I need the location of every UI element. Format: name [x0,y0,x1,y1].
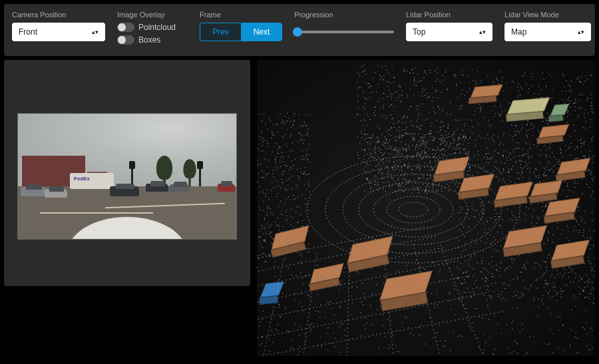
lidar-box [540,124,567,138]
lidar-box [262,282,282,297]
toggle-boxes-row: Boxes [117,35,176,45]
lidar-box [381,272,431,299]
lidar-box [553,240,588,260]
lidar-panel[interactable] [257,60,595,356]
lidar-box [436,157,468,174]
toggle-pointcloud-label: Pointcloud [138,23,176,32]
lidar-box [509,98,548,114]
chevron-updown-icon: ▴▾ [92,29,99,35]
content: FedEx [4,60,595,356]
camera-position-value: Front [19,27,37,37]
chevron-updown-icon: ▴▾ [578,29,584,35]
lidar-box [558,158,589,174]
lidar-box [472,85,500,98]
lidar-position-value: Top [413,27,425,37]
lidar-box [310,264,343,283]
lidar-box [532,180,561,196]
camera-position-group: Camera Position Front ▴▾ [12,11,105,41]
lidar-view-mode-label: Lidar View Mode [504,11,591,19]
toggle-boxes[interactable] [117,35,134,45]
lidar-box [272,226,309,249]
frame-group: Frame Prev Next [200,11,282,41]
camera-position-select[interactable]: Front ▴▾ [12,23,105,41]
camera-panel: FedEx [4,60,250,286]
prev-button[interactable]: Prev [200,23,241,41]
frame-label: Frame [200,11,282,19]
progression-slider[interactable] [294,31,394,33]
toggle-boxes-label: Boxes [138,35,160,45]
lidar-position-label: Lidar Position [406,11,493,19]
image-overlay-group: Image Overlay Pointcloud Boxes [117,11,176,45]
lidar-view-mode-select[interactable]: Map ▴▾ [504,23,591,41]
toggle-pointcloud-row: Pointcloud [117,23,176,32]
lidar-box [497,182,531,200]
frame-buttons: Prev Next [200,23,282,41]
toggle-pointcloud[interactable] [117,23,134,32]
truck-logo: FedEx [74,176,90,182]
next-button-label: Next [254,27,270,37]
lidar-box [461,174,493,192]
lidar-box [552,104,567,116]
prev-button-label: Prev [212,27,229,37]
lidar-box [348,237,392,262]
camera-image[interactable]: FedEx [17,113,237,240]
lidar-view-mode-value: Map [511,27,526,37]
progression-group: Progression [294,11,394,41]
lidar-box [504,226,545,248]
image-overlay-toggles: Pointcloud Boxes [117,23,176,45]
lidar-position-group: Lidar Position Top ▴▾ [406,11,493,41]
image-overlay-label: Image Overlay [117,11,176,19]
camera-position-label: Camera Position [12,11,105,19]
toolbar: Camera Position Front ▴▾ Image Overlay P… [4,4,595,56]
next-button[interactable]: Next [241,23,282,41]
lidar-boxes [257,60,595,356]
lidar-box [546,198,578,216]
progression-label: Progression [294,11,394,19]
lidar-view-mode-group: Lidar View Mode Map ▴▾ [504,11,591,41]
lidar-position-select[interactable]: Top ▴▾ [406,23,493,41]
chevron-updown-icon: ▴▾ [479,29,486,35]
